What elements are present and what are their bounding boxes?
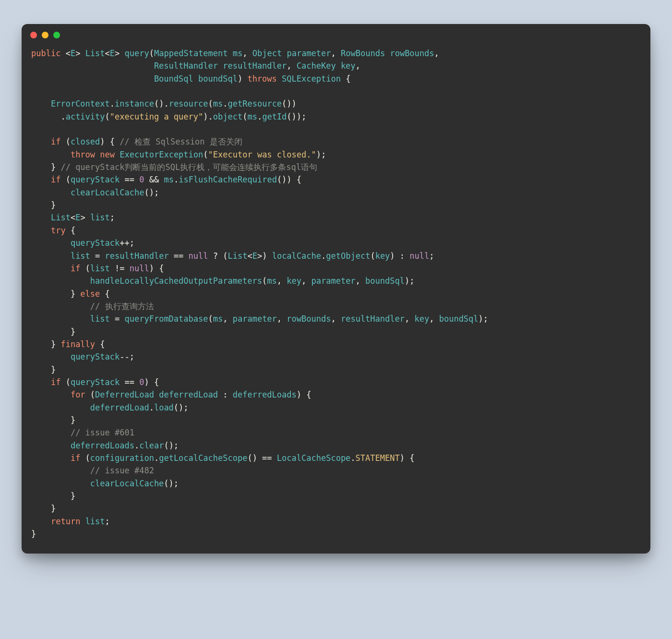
code-token: key	[414, 314, 429, 324]
code-line: } // queryStack判断当前的SQL执行栈，可能会连续执行多条sql语…	[31, 161, 641, 173]
code-area[interactable]: public <E> List<E> query(MappedStatement…	[22, 41, 650, 554]
code-token: object	[213, 112, 242, 121]
code-token: (	[203, 150, 208, 159]
code-token: .	[257, 112, 262, 121]
code-token: (	[80, 264, 90, 273]
code-token: E	[110, 48, 115, 58]
code-token: handleLocallyCachedOutputParameters	[90, 276, 262, 286]
code-token: }	[31, 415, 75, 425]
code-token: resultHandler	[341, 314, 405, 324]
code-token	[31, 61, 154, 71]
code-token	[31, 137, 51, 146]
window-minimize-icon[interactable]	[42, 32, 48, 38]
code-token: <	[105, 48, 110, 58]
code-token: &&	[144, 175, 164, 184]
code-token: ,	[223, 314, 232, 324]
code-token	[31, 517, 51, 526]
code-line: }	[31, 528, 641, 540]
code-token: {	[100, 289, 109, 299]
code-token: (	[80, 453, 90, 463]
code-token: ()) {	[277, 175, 301, 184]
code-token: ) {	[297, 390, 312, 399]
code-token: boundSql	[439, 314, 479, 324]
code-token: List	[51, 213, 71, 222]
code-token: ms	[247, 112, 257, 121]
code-token: Object	[252, 48, 282, 58]
code-token: }	[31, 339, 60, 349]
code-token: MappedStatement	[154, 48, 228, 58]
window-close-icon[interactable]	[30, 32, 37, 38]
code-token: }	[31, 491, 75, 501]
code-line: if (configuration.getLocalCacheScope() =…	[31, 452, 641, 464]
code-token	[31, 264, 71, 273]
code-token: ==	[120, 377, 139, 387]
code-line: list = queryFromDatabase(ms, parameter, …	[31, 313, 641, 325]
code-token: load	[154, 403, 174, 412]
code-token: .	[134, 441, 139, 450]
code-token	[282, 48, 287, 58]
code-token	[31, 226, 51, 235]
code-token: ;	[110, 213, 115, 222]
code-token	[80, 517, 85, 526]
code-line	[31, 85, 641, 97]
code-token: );	[316, 150, 326, 159]
code-token	[31, 479, 90, 488]
code-token: .	[154, 453, 159, 463]
code-token: >	[75, 48, 85, 58]
code-token: null	[409, 251, 429, 261]
code-token: ,	[405, 314, 414, 324]
code-token: list	[85, 517, 105, 526]
code-line: queryStack++;	[31, 237, 641, 249]
code-token: BoundSql	[154, 74, 193, 84]
code-token: ms	[267, 276, 276, 286]
code-token: }	[31, 162, 60, 172]
code-token: }	[31, 529, 36, 539]
code-token: clearLocalCache	[90, 479, 164, 488]
code-line: // issue #601	[31, 426, 641, 439]
code-token: queryStack	[71, 352, 120, 362]
code-token: ,	[331, 48, 341, 58]
code-token: }	[31, 327, 75, 337]
code-token: --;	[120, 352, 134, 362]
code-token: List	[85, 48, 105, 58]
code-token: resource	[169, 99, 208, 109]
code-token: (	[60, 377, 70, 387]
code-token	[31, 188, 71, 197]
code-line: list = resultHandler == null ? (List<E>)…	[31, 250, 641, 262]
code-token	[31, 403, 90, 412]
code-token	[31, 441, 71, 450]
code-token: ,	[331, 314, 340, 324]
code-token: {	[95, 339, 105, 349]
code-token: configuration	[90, 453, 154, 463]
code-token: 0	[139, 377, 144, 387]
code-token: (	[208, 314, 213, 324]
code-token: (	[105, 112, 110, 121]
code-token: throw	[71, 150, 95, 159]
code-line: }	[31, 414, 641, 426]
code-token: null	[130, 264, 149, 273]
window-zoom-icon[interactable]	[53, 32, 60, 38]
code-token: ResultHandler	[154, 61, 218, 71]
code-token: list	[90, 314, 110, 324]
code-token: RowBounds	[341, 48, 385, 58]
code-token: key	[341, 61, 356, 71]
code-token: CacheKey	[297, 61, 336, 71]
code-token: )	[238, 74, 247, 84]
code-token	[31, 301, 90, 311]
code-token	[277, 74, 282, 84]
code-token: ==	[120, 175, 139, 184]
code-token: list	[90, 264, 110, 273]
code-token: try	[51, 226, 66, 235]
code-token	[228, 48, 233, 58]
code-token: ).	[203, 112, 213, 121]
code-token: ==	[169, 251, 189, 261]
code-token: activity	[66, 112, 105, 121]
code-token	[31, 276, 90, 286]
code-line: clearLocalCache();	[31, 477, 641, 490]
code-token: parameter	[287, 48, 331, 58]
code-line: queryStack--;	[31, 350, 641, 363]
code-token: (	[370, 251, 375, 261]
code-token: ms	[213, 99, 223, 109]
code-token: getResource	[228, 99, 282, 109]
code-token: ) {	[100, 137, 120, 146]
